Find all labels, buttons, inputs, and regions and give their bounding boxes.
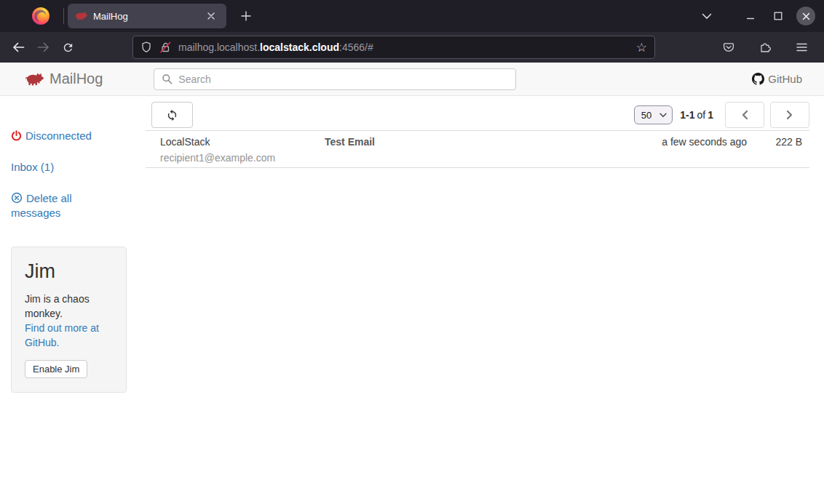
jim-panel: Jim Jim is a chaos monkey. Find out more…	[11, 247, 127, 393]
search-input[interactable]	[178, 73, 508, 85]
url-text: mailhog.localhost.localstack.cloud:4566/…	[178, 41, 629, 53]
close-icon	[802, 12, 810, 20]
browser-navbar: mailhog.localhost.localstack.cloud:4566/…	[0, 32, 824, 63]
navbar-right-icons	[716, 36, 814, 58]
mailhog-page: MailHog GitHub Disconnected Inbox (1)	[0, 63, 824, 504]
github-link[interactable]: GitHub	[752, 73, 802, 85]
bookmark-star-icon[interactable]: ☆	[636, 41, 647, 54]
new-tab-button[interactable]	[235, 5, 257, 27]
prev-page-button[interactable]	[725, 102, 764, 128]
titlebar-separator	[63, 8, 64, 24]
refresh-button[interactable]	[151, 102, 193, 128]
jim-description: Jim is a chaos monkey.	[25, 292, 113, 321]
forward-button[interactable]	[31, 36, 55, 58]
tab-title: MailHog	[93, 11, 197, 22]
github-label: GitHub	[768, 73, 802, 85]
jim-github-link[interactable]: Find out more at GitHub.	[25, 321, 113, 350]
message-sender: LocalStack	[160, 136, 325, 148]
hamburger-icon	[796, 43, 807, 52]
message-subject: Test Email	[325, 136, 623, 167]
url-bar[interactable]: mailhog.localhost.localstack.cloud:4566/…	[132, 36, 655, 59]
shield-icon	[140, 41, 152, 53]
message-from-column: LocalStack recipient1@example.com	[160, 136, 325, 167]
back-button[interactable]	[6, 36, 31, 58]
pagination-range: 1-1of1	[680, 109, 713, 121]
window-titlebar: MailHog	[0, 0, 824, 32]
enable-jim-button[interactable]: Enable Jim	[25, 360, 87, 378]
url-domain: localstack.cloud	[260, 41, 339, 53]
pocket-button[interactable]	[716, 36, 741, 58]
inbox-label: Inbox (1)	[11, 161, 54, 173]
pocket-icon	[723, 41, 734, 53]
mailhog-favicon	[75, 12, 87, 20]
window-close-button[interactable]	[796, 7, 815, 25]
select-chevron-icon	[659, 113, 667, 118]
search-box	[154, 68, 516, 90]
github-octocat-icon	[752, 73, 764, 85]
window-minimize-button[interactable]	[741, 7, 760, 25]
list-tabs-button[interactable]	[697, 7, 716, 25]
power-icon	[11, 130, 22, 141]
url-prefix: mailhog.localhost.	[178, 41, 260, 53]
message-toolbar: 50 1-1of1	[146, 102, 809, 128]
sidebar-item-inbox[interactable]: Inbox (1)	[11, 160, 135, 175]
page-body: Disconnected Inbox (1) Delete all messag…	[0, 96, 824, 393]
sidebar: Disconnected Inbox (1) Delete all messag…	[0, 96, 135, 393]
chevron-down-icon	[702, 13, 712, 20]
extensions-button[interactable]	[753, 36, 777, 58]
search-icon	[162, 73, 173, 84]
mailhog-header: MailHog GitHub	[0, 63, 824, 96]
app-menu-button[interactable]	[789, 36, 814, 58]
range-current: 1-1	[680, 109, 694, 121]
next-page-button[interactable]	[770, 102, 809, 128]
url-suffix: :4566/#	[339, 41, 373, 53]
firefox-logo-icon	[31, 7, 50, 25]
minimize-icon	[746, 12, 755, 20]
puzzle-icon	[759, 41, 771, 53]
jim-title: Jim	[25, 260, 113, 283]
mailhog-brand[interactable]: MailHog	[25, 71, 103, 87]
firefox-menu-button[interactable]	[28, 4, 53, 28]
message-recipient: recipient1@example.com	[160, 152, 325, 164]
tab-close-icon[interactable]	[203, 8, 219, 24]
window-controls	[697, 7, 815, 25]
chevron-right-icon	[785, 109, 794, 121]
brand-title: MailHog	[49, 71, 103, 87]
reload-button[interactable]	[55, 36, 80, 58]
mailhog-pig-icon	[25, 73, 44, 86]
browser-tab-mailhog[interactable]: MailHog	[68, 4, 226, 28]
maximize-icon	[774, 12, 783, 20]
message-list-area: 50 1-1of1	[135, 96, 824, 393]
per-page-value: 50	[641, 110, 651, 121]
forward-arrow-icon	[37, 41, 49, 53]
range-total: 1	[708, 109, 713, 121]
message-time: a few seconds ago	[623, 136, 747, 167]
chevron-left-icon	[740, 109, 749, 121]
message-row[interactable]: LocalStack recipient1@example.com Test E…	[146, 131, 809, 168]
connection-status[interactable]: Disconnected	[11, 129, 135, 143]
refresh-icon	[166, 109, 178, 121]
per-page-select[interactable]: 50	[634, 105, 673, 124]
circled-x-icon	[11, 192, 23, 204]
range-of: of	[697, 109, 706, 121]
status-label: Disconnected	[25, 129, 92, 142]
window-maximize-button[interactable]	[769, 7, 788, 25]
sidebar-item-delete-all[interactable]: Delete all messages	[11, 191, 102, 220]
plus-icon	[241, 11, 251, 21]
insecure-lock-icon	[159, 41, 171, 53]
reload-icon	[62, 41, 74, 54]
pagination-controls: 50 1-1of1	[634, 102, 809, 128]
message-size: 222 B	[747, 136, 802, 167]
back-arrow-icon	[12, 41, 25, 53]
